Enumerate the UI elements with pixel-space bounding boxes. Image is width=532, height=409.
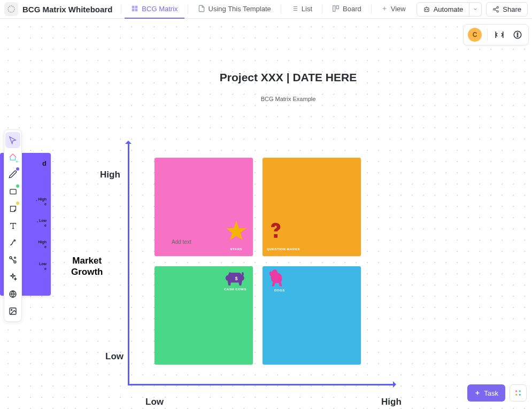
left-toolbar: +	[4, 129, 22, 322]
sticky-note-icon	[9, 205, 17, 213]
chart-title[interactable]: Project XXX | DATE HERE	[71, 71, 505, 84]
y-tick-low: Low	[105, 351, 124, 362]
color-indicator	[16, 202, 19, 205]
svg-point-23	[517, 33, 518, 34]
separator	[322, 4, 322, 14]
tool-connector[interactable]	[5, 235, 20, 251]
svg-line-19	[495, 7, 497, 9]
more-icon	[513, 30, 522, 40]
quadrant-cash-cows[interactable]: $ CASH COWS	[155, 266, 253, 365]
svg-rect-7	[333, 6, 335, 12]
svg-point-45	[519, 394, 521, 396]
svg-rect-26	[10, 189, 16, 194]
whiteboard-icon	[131, 5, 138, 12]
quadrant-dogs[interactable]: DOGS	[263, 266, 361, 365]
x-axis	[128, 384, 395, 385]
avatar[interactable]: C	[468, 28, 482, 42]
separator	[487, 29, 488, 41]
y-axis	[128, 142, 129, 385]
tool-web[interactable]	[5, 286, 20, 302]
robot-icon	[423, 5, 430, 13]
svg-point-42	[515, 390, 517, 392]
tab-board[interactable]: Board	[326, 0, 368, 19]
question-icon	[269, 221, 286, 243]
quadrant-stars[interactable]: Add text STARS	[155, 158, 253, 256]
quadrant-label: CASH COWS	[224, 288, 246, 291]
text-placeholder[interactable]: Add text	[172, 239, 191, 245]
quadrant-label: STARS	[230, 248, 242, 251]
tool-image[interactable]	[5, 303, 20, 319]
tab-bcg-matrix[interactable]: BCG Matrix	[125, 0, 184, 19]
separator	[281, 4, 281, 14]
user-panel: C	[463, 24, 529, 45]
y-axis-label[interactable]: Market Growth	[71, 255, 103, 278]
svg-rect-8	[336, 6, 338, 9]
create-task-button[interactable]: Task	[467, 384, 505, 402]
star-icon	[224, 219, 249, 243]
plus-icon	[381, 5, 388, 12]
text-icon	[9, 222, 17, 230]
tool-pen[interactable]	[5, 166, 20, 182]
tool-pointer[interactable]	[5, 132, 20, 148]
bottom-right-controls: Task	[467, 384, 527, 402]
dog-icon	[267, 268, 287, 289]
more-options-button[interactable]	[511, 28, 524, 41]
quadrant-label: QUESTION MARKS	[267, 248, 300, 251]
chevron-down-icon	[473, 6, 478, 12]
share-icon	[492, 6, 499, 13]
tool-home[interactable]: +	[5, 149, 20, 165]
fit-width-icon	[495, 30, 504, 40]
tool-relation[interactable]	[5, 252, 20, 268]
automate-button[interactable]: Automate	[417, 2, 470, 17]
image-icon	[9, 307, 17, 315]
chart-subtitle[interactable]: BCG Matrix Example	[71, 96, 505, 102]
separator	[121, 4, 121, 14]
apps-icon	[514, 389, 522, 397]
share-button[interactable]: Share	[486, 2, 528, 17]
svg-point-32	[14, 257, 16, 259]
svg-point-44	[515, 394, 517, 396]
list-icon	[291, 5, 298, 12]
color-indicator	[16, 167, 19, 171]
fit-width-button[interactable]	[493, 28, 506, 41]
apps-button[interactable]	[510, 384, 527, 402]
tab-label: BCG Matrix	[142, 5, 178, 13]
tool-sticky[interactable]	[5, 200, 20, 217]
svg-point-13	[427, 10, 428, 10]
svg-point-43	[519, 390, 521, 392]
tool-shape[interactable]	[5, 183, 20, 199]
rectangle-icon	[9, 188, 17, 196]
svg-line-18	[495, 10, 497, 11]
svg-line-31	[11, 258, 14, 261]
svg-point-17	[497, 10, 498, 12]
whiteboard-canvas[interactable]: C d , High e , Low e High e Low e +	[0, 19, 532, 409]
tab-label: Using This Template	[209, 5, 271, 13]
tool-text[interactable]	[5, 218, 20, 234]
svg-point-36	[11, 310, 12, 311]
tab-add-view[interactable]: View	[375, 0, 412, 19]
bcg-chart: Project XXX | DATE HERE BCG Matrix Examp…	[71, 71, 505, 409]
color-indicator	[16, 184, 19, 188]
tab-list[interactable]: List	[284, 0, 319, 19]
page-icon[interactable]	[4, 2, 18, 16]
automate-group: Automate	[417, 2, 482, 17]
separator	[188, 4, 188, 14]
pen-icon	[9, 170, 17, 179]
page-title[interactable]: BCG Matrix Whiteboard	[22, 5, 112, 14]
y-tick-high: High	[100, 169, 120, 180]
tool-ai[interactable]	[5, 269, 20, 285]
top-bar: BCG Matrix Whiteboard BCG Matrix Using T…	[0, 0, 532, 19]
tab-using-template[interactable]: Using This Template	[191, 0, 277, 19]
connector-icon	[9, 238, 17, 247]
svg-point-24	[517, 34, 518, 35]
cow-icon: $	[224, 269, 249, 289]
board-icon	[332, 5, 340, 12]
globe-icon	[9, 290, 17, 298]
sparkle-icon	[9, 273, 17, 281]
tab-label: List	[302, 5, 312, 13]
tab-label: Board	[343, 5, 361, 13]
svg-point-0	[8, 6, 14, 12]
quadrant-question-marks[interactable]: QUESTION MARKS	[263, 158, 361, 256]
automate-dropdown[interactable]	[469, 2, 482, 17]
svg-point-37	[229, 272, 231, 276]
